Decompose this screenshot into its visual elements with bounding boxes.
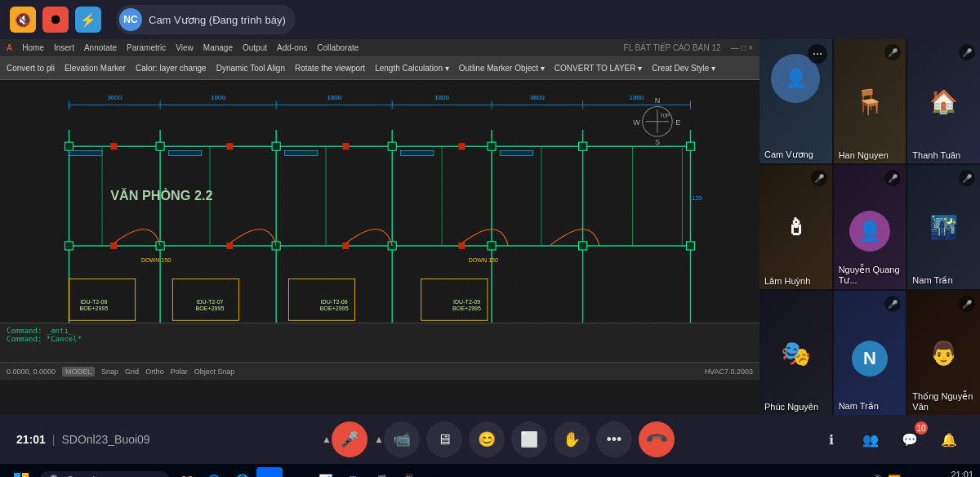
autocad-menu-addons[interactable]: Add-ons	[277, 43, 307, 52]
autocad-tool-dynamic[interactable]: Dynamic Tool Align	[216, 64, 285, 73]
mute-icon[interactable]: 🔇	[10, 7, 36, 33]
svg-rect-82	[458, 243, 465, 249]
participant-name-thanh: Thanh Tuân	[912, 150, 960, 160]
info-button[interactable]: ℹ	[817, 425, 846, 454]
presenter-name: Cam Vương (Đang trình bày)	[149, 14, 286, 26]
autocad-area: A Home Insert Annotate Parametric View M…	[0, 39, 760, 415]
more-button[interactable]: •••	[596, 421, 632, 457]
emoji-button[interactable]: 😊	[469, 421, 505, 457]
autocad-window-controls[interactable]: — □ ×	[731, 43, 753, 52]
taskbar-app-chrome[interactable]: 🌐	[229, 467, 255, 477]
taskbar-app-misc3[interactable]: 🛡	[423, 467, 449, 477]
participant-tile-thanh[interactable]: 🏠 🎤 Thanh Tuân	[907, 39, 980, 163]
autocad-status-snap[interactable]: Snap	[101, 368, 118, 376]
svg-text:3600: 3600	[530, 94, 546, 101]
svg-rect-27	[65, 142, 73, 150]
taskbar-app-edge[interactable]	[201, 467, 227, 477]
participants-button[interactable]: 👥	[856, 425, 885, 454]
autocad-menu-view[interactable]: View	[176, 43, 194, 52]
taskbar-app-misc1[interactable]: 🎵	[368, 467, 394, 477]
autocad-status-model[interactable]: MODEL	[62, 367, 95, 377]
taskbar-search[interactable]: 🔍 Search	[39, 471, 170, 478]
taskbar-chevron[interactable]: ▲	[854, 475, 865, 478]
svg-rect-38	[488, 242, 496, 250]
autocad-menu-parametric[interactable]: Parametric	[127, 43, 166, 52]
autocad-tool-length[interactable]: Length Calculation ▾	[375, 64, 449, 73]
taskbar-speaker[interactable]: 🔊	[870, 475, 883, 478]
end-call-button[interactable]: 📞	[631, 414, 682, 465]
svg-rect-83	[69, 150, 102, 155]
reactions-button[interactable]: 🔔	[934, 425, 964, 454]
autocad-menu-manage[interactable]: Manage	[203, 43, 233, 52]
taskbar-app-autocad[interactable]: A	[284, 467, 310, 477]
taskbar-app-teams[interactable]: T	[340, 467, 366, 477]
svg-rect-29	[272, 142, 280, 150]
autocad-titlebar: A Home Insert Annotate Parametric View M…	[0, 39, 760, 57]
action-icon[interactable]: ⚡	[75, 7, 101, 33]
video-chevron[interactable]: ▲	[374, 434, 384, 445]
autocad-menu-insert[interactable]: Insert	[54, 43, 74, 52]
participant-tile-cam-vuong[interactable]: 👤 ⋯ Cam Vương	[760, 39, 832, 163]
participant-tile-thong[interactable]: 👨 🎤 Thống Nguyễn Văn	[907, 291, 980, 415]
taskbar-app-explorer[interactable]: 📁	[173, 467, 199, 477]
meeting-info: 21:01 | SDOnl23_Buoi09	[16, 433, 180, 446]
record-button[interactable]: ⬜	[511, 421, 547, 457]
autocad-tool-convert2[interactable]: CONVERT TO LAYER ▾	[555, 64, 642, 73]
autocad-status-snap2[interactable]: Object Snap	[194, 368, 235, 376]
svg-text:E: E	[675, 118, 680, 127]
autocad-tool-style[interactable]: Creat Dev Style ▾	[652, 64, 715, 73]
taskbar-network[interactable]: 📶	[888, 475, 901, 478]
svg-rect-80	[226, 243, 233, 249]
taskbar-app-excel[interactable]: 📊	[312, 467, 338, 477]
svg-rect-34	[65, 242, 73, 250]
participant-tile-han[interactable]: 🪑 🎤 Han Nguyen	[834, 39, 906, 163]
screen-share-button[interactable]: 🖥	[426, 421, 462, 457]
autocad-menu-output[interactable]: Output	[243, 43, 267, 52]
audio-chevron[interactable]: ▲	[322, 434, 332, 445]
svg-text:IDU-T2-09: IDU-T2-09	[453, 299, 480, 305]
autocad-status-polar[interactable]: Polar	[171, 368, 188, 376]
raise-hand-button[interactable]: ✋	[554, 421, 590, 457]
presenter-avatar: NC	[119, 8, 142, 31]
taskbar-app-zalo[interactable]: Za	[256, 467, 283, 477]
svg-text:VĂN PHÒNG 2.2: VĂN PHÒNG 2.2	[110, 188, 212, 203]
autocad-menu-collaborate[interactable]: Collaborate	[317, 43, 359, 52]
autocad-tool-rotate[interactable]: Rotate the viewport	[295, 64, 365, 73]
participant-tile-phuc[interactable]: 🎭 Phúc Nguyên	[760, 291, 832, 415]
participant-tile-nam-tran2[interactable]: N 🎤 Nam Trần	[834, 291, 906, 415]
participant-menu-cam[interactable]: ⋯	[808, 44, 827, 64]
participant-tile-lam[interactable]: 🕯 🎤 Lâm Huỳnh	[760, 165, 832, 289]
window-controls: 🔇 ⏺ ⚡	[10, 7, 101, 33]
autocad-tool-color[interactable]: Calor: layer change	[136, 64, 207, 73]
autocad-drawing[interactable]: N S E W 70P	[0, 80, 760, 362]
presenter-badge: NC Cam Vương (Đang trình bày)	[116, 5, 296, 34]
svg-rect-31	[488, 142, 496, 150]
mute-button[interactable]: 🎤	[332, 421, 368, 457]
participant-name-han: Han Nguyen	[839, 150, 889, 160]
svg-text:DOWN 150: DOWN 150	[141, 257, 171, 264]
svg-rect-40	[686, 242, 694, 250]
autocad-menu-home[interactable]: Home	[22, 43, 44, 52]
participant-mute-thong: 🎤	[959, 296, 975, 312]
autocad-commandline[interactable]: Command: _enti_ Command: *Cancel*	[0, 323, 760, 362]
autocad-menu-annotate[interactable]: Annotate	[84, 43, 117, 52]
autocad-tool-elevation[interactable]: Elevation Marker	[65, 64, 126, 73]
svg-rect-87	[500, 150, 533, 155]
svg-text:IDU-T2-06: IDU-T2-06	[80, 299, 107, 305]
autocad-tool-outline[interactable]: Outline Marker Object ▾	[459, 64, 545, 73]
participant-mute-lam: 🎤	[811, 170, 827, 186]
autocad-status-ortho[interactable]: Ortho	[145, 368, 164, 376]
chat-button[interactable]: 💬 10	[895, 425, 924, 454]
taskbar-datetime[interactable]: 21:01 02/06/2024	[929, 469, 973, 477]
participant-tile-nguyen-quang[interactable]: 👤 🎤 Nguyễn Quang Tư...	[834, 165, 906, 289]
autocad-title-filename: FL BÁT TIẾP CÁO BÀN 12	[624, 43, 721, 52]
taskbar-app-misc2[interactable]: 📱	[395, 467, 421, 477]
controls-right: ℹ 👥 💬 10 🔔	[817, 425, 964, 454]
video-button[interactable]: 📹	[384, 421, 420, 457]
svg-rect-79	[110, 243, 117, 249]
autocad-tool-convert[interactable]: Convert to pli	[7, 64, 55, 73]
autocad-status-grid[interactable]: Grid	[125, 368, 139, 376]
record-icon[interactable]: ⏺	[42, 7, 69, 33]
start-button[interactable]	[7, 466, 36, 477]
participant-tile-nam-tran1[interactable]: 🌃 🎤 Nam Trần	[907, 165, 980, 289]
